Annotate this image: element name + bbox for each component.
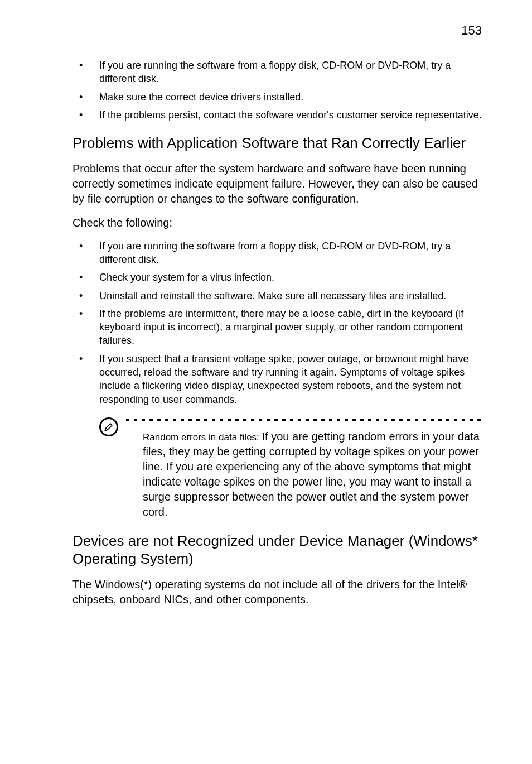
list-item: Uninstall and reinstall the software. Ma… <box>72 289 482 302</box>
note-block: Random errors in data files: If you are … <box>99 417 482 520</box>
pencil-icon <box>99 417 118 436</box>
list-item: If you suspect that a transient voltage … <box>72 352 482 406</box>
list-item: If you are running the software from a f… <box>72 59 482 86</box>
check-bullet-list: If you are running the software from a f… <box>72 239 482 406</box>
list-item: If the problems persist, contact the sof… <box>72 108 482 122</box>
top-bullet-list: If you are running the software from a f… <box>72 59 482 122</box>
page-number: 153 <box>461 23 482 38</box>
body-paragraph: The Windows(*) operating systems do not … <box>72 577 482 607</box>
note-lead: Random errors in data files: <box>143 432 262 443</box>
list-item: Check your system for a virus infection. <box>72 271 482 284</box>
section-heading-problems-application: Problems with Application Software that … <box>72 134 482 152</box>
dashed-rule <box>126 419 482 421</box>
list-item: If you are running the software from a f… <box>72 239 482 267</box>
body-paragraph: Check the following: <box>72 215 482 230</box>
list-item: Make sure the correct device drivers ins… <box>72 90 482 104</box>
body-paragraph: Problems that occur after the system har… <box>72 161 482 206</box>
note-body: If you are getting random errors in your… <box>143 430 480 518</box>
section-heading-devices-not-recognized: Devices are not Recognized under Device … <box>72 532 482 568</box>
note-text: Random errors in data files: If you are … <box>126 429 482 520</box>
list-item: If the problems are intermittent, there … <box>72 307 482 348</box>
